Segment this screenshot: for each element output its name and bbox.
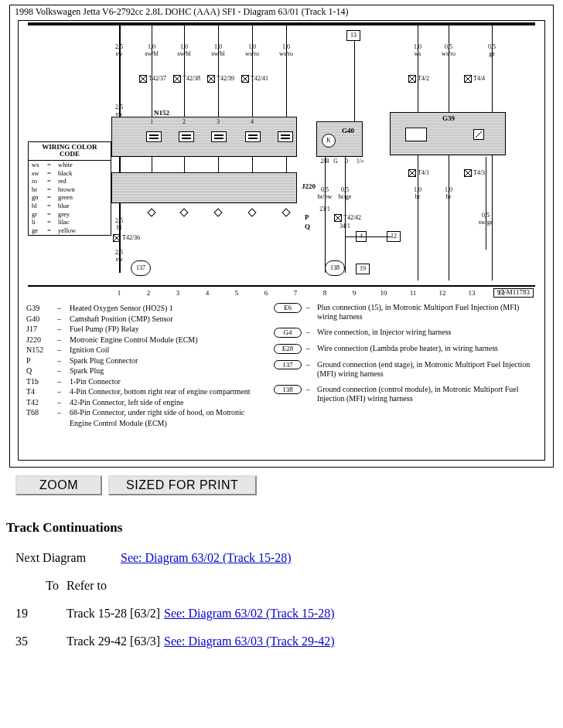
sensor-icon: [473, 129, 484, 140]
table-header: To Refer to: [15, 579, 563, 593]
ecm-block: [111, 172, 297, 203]
track-number: 1: [118, 290, 121, 298]
button-row: ZOOM SIZED FOR PRINT: [0, 474, 563, 506]
wire-label: 0,5br/ge: [339, 187, 351, 201]
connector-label: T4/2: [408, 75, 429, 83]
next-diagram-link[interactable]: See: Diagram 63/02 (Track 15-28): [121, 551, 292, 564]
connector-label: T42/38: [173, 75, 200, 83]
legend: G39–Heated Oxygen Sensor (HO2S) 1G40–Cam…: [26, 303, 537, 458]
track-number: 3: [176, 290, 180, 298]
legend-left: G39–Heated Oxygen Sensor (HO2S) 1G40–Cam…: [26, 303, 258, 458]
color-code-row: gr=grey: [29, 210, 111, 219]
track-number: 8: [323, 290, 327, 298]
wire-label: 0,5sw/ge: [479, 213, 493, 226]
wire-label: 2,5sw: [115, 104, 123, 118]
sensor-circle: K: [322, 134, 336, 148]
wire: [354, 60, 355, 121]
spark-plug-icon: [179, 208, 188, 216]
label-G39: G39: [442, 115, 455, 123]
sized-for-print-button[interactable]: SIZED FOR PRINT: [108, 475, 257, 495]
label-P: P: [305, 214, 309, 222]
ground-node-138: 138: [325, 260, 345, 276]
ignition-coil-block: [111, 117, 297, 157]
track-link[interactable]: See: Diagram 63/02 (Track 15-28): [164, 607, 335, 620]
wire-label: 1,0br: [414, 187, 421, 201]
legend-row: T1b–1-Pin Connector: [26, 376, 258, 387]
legend-row: P–Spark Plug Connector: [26, 355, 258, 366]
legend-row: G4–Wire connection, in Injector wiring h…: [274, 328, 537, 338]
wire: [252, 157, 253, 172]
legend-row: 138–Ground connection (control module), …: [274, 385, 537, 403]
table-row: 35Track 29-42 [63/3]See: Diagram 63/03 (…: [15, 634, 563, 648]
legend-row: T42–42-Pin Connector, left side of engin…: [26, 397, 258, 408]
track-number: 6: [264, 290, 268, 298]
ref-node-19: 19: [356, 264, 370, 274]
legend-right: E6–Plus connection (15), in Motronic Mul…: [274, 303, 537, 458]
coil-icon: [278, 131, 293, 142]
track-number: 5: [235, 290, 239, 298]
next-diagram-row: Next Diagram See: Diagram 63/02 (Track 1…: [15, 551, 563, 565]
coil-icon: [179, 131, 194, 142]
zoom-button[interactable]: ZOOM: [15, 475, 102, 495]
spark-plug-icon: [147, 208, 155, 216]
wire: [286, 157, 287, 172]
label-Q: Q: [305, 223, 310, 231]
legend-row: G40–Camshaft Position (CMP) Sensor: [26, 314, 258, 325]
spark-plug-icon: [247, 208, 256, 216]
pin-label: 34/1: [340, 223, 350, 230]
legend-row: J17–Fuel Pump (FP) Relay: [26, 324, 258, 335]
connector-label: T42/36: [113, 234, 140, 242]
label-J220: J220: [302, 183, 316, 191]
wire: [152, 157, 152, 172]
pin-label: 0: [345, 158, 348, 165]
next-diagram-label: Next Diagram: [15, 551, 121, 565]
wire: [486, 157, 486, 250]
diagram-title: 1998 Volkswagen Jetta V6-2792cc 2.8L DOH…: [10, 5, 553, 20]
spark-plug-icon: [213, 208, 222, 216]
connector-label: T42/39: [207, 75, 234, 83]
legend-row: Q–Spark Plug: [26, 366, 258, 376]
label-G40: G40: [342, 128, 354, 135]
wire-label: 1,0ws: [414, 44, 421, 58]
color-code-row: br=brown: [29, 185, 111, 194]
legend-row: E6–Plus connection (15), in Motronic Mul…: [274, 303, 537, 321]
wire: [218, 157, 219, 172]
color-code-row: ge=yellow: [29, 226, 111, 235]
track-number: 2: [147, 290, 151, 298]
legend-row: T4–4-Pin Connector, bottom right rear of…: [26, 386, 258, 397]
cell-to: 19: [15, 607, 67, 621]
wire: [354, 41, 355, 60]
wire: [152, 26, 152, 117]
coil-icon: [146, 131, 162, 142]
wire-label: 2,5bl: [115, 218, 123, 232]
track-link[interactable]: See: Diagram 63/03 (Track 29-42): [164, 634, 335, 648]
pin-label: 1: [150, 119, 153, 125]
wire-label: 1,0br: [445, 187, 452, 201]
wire: [345, 236, 391, 237]
cell-refer: Track 29-42 [63/3]: [67, 634, 164, 648]
pin-label: G: [333, 158, 337, 165]
track-number: 11: [410, 290, 417, 298]
legend-row: G39–Heated Oxygen Sensor (HO2S) 1: [26, 303, 258, 314]
wire: [325, 157, 326, 273]
wire: [184, 26, 185, 117]
wire-label: 0,5ge: [488, 44, 496, 58]
label-N152: N152: [154, 110, 169, 117]
connector-label: T4/1: [408, 169, 429, 177]
track-number: 4: [206, 290, 210, 298]
header-to: To: [15, 579, 67, 593]
diagram-body: 13 N152 1 2 3 4 J220: [18, 20, 545, 461]
wire: [252, 26, 253, 117]
pin-label: 2: [183, 119, 186, 125]
legend-row: N152–Ignition Coil: [26, 345, 258, 355]
legend-row: E28–Wire connection (Lambda probe heater…: [274, 344, 537, 354]
coil-icon: [211, 131, 227, 142]
coil-icon: [245, 131, 261, 142]
track-number: 12: [439, 290, 446, 298]
table-row: 19Track 15-28 [63/2]See: Diagram 63/02 (…: [15, 607, 563, 621]
wire-label: 1,0ws/ro: [279, 44, 293, 58]
wire-label: 2,5sw: [115, 250, 123, 264]
connector-label: T4/3: [464, 169, 485, 177]
cell-to: 35: [15, 634, 67, 648]
track-continuations-table: Next Diagram See: Diagram 63/02 (Track 1…: [0, 540, 563, 648]
